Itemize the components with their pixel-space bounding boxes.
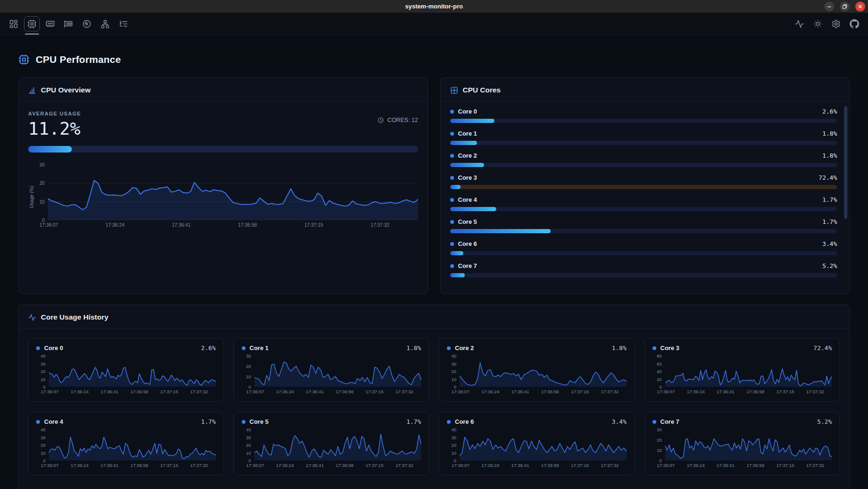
- core-dot-icon: [36, 346, 40, 350]
- close-button[interactable]: [855, 1, 865, 11]
- page-title: CPU Performance: [36, 54, 121, 65]
- core-usage-value: 1.7%: [822, 218, 837, 225]
- nav-processes-button[interactable]: [115, 16, 131, 31]
- core-dot-icon: [447, 346, 451, 350]
- nav-cpu-button[interactable]: [24, 16, 40, 31]
- x-axis-ticks: 17:36:0717:36:2417:36:4117:36:5817:37:15…: [665, 463, 832, 470]
- scrollbar-thumb[interactable]: [844, 106, 847, 219]
- core-usage-value: 1.7%: [822, 196, 837, 203]
- core-history-chart: 80604020017:36:0717:36:2417:36:4117:36:5…: [653, 356, 832, 396]
- history-header: Core Usage History: [19, 305, 849, 329]
- panel-title: Core Usage History: [41, 313, 108, 321]
- core-usage-bar: [450, 251, 837, 255]
- dashboard-icon: [9, 19, 18, 29]
- minimize-icon: [827, 4, 832, 9]
- core-row: Core 11.8%: [450, 130, 837, 145]
- core-label: Core 3: [458, 174, 814, 181]
- nav-gpu-button[interactable]: [61, 16, 77, 31]
- core-row: Core 02.6%: [450, 108, 837, 123]
- core-usage-value: 1.8%: [407, 344, 421, 351]
- core-history-chart: 40302010017:36:0717:36:2417:36:4117:36:5…: [36, 429, 216, 470]
- nav-dashboard-button[interactable]: [6, 16, 22, 31]
- nav-memory-button[interactable]: [42, 16, 58, 31]
- cores-count-label: CORES: 12: [387, 117, 418, 123]
- core-usage-bar-fill: [450, 163, 484, 167]
- core-dot-icon: [36, 420, 40, 424]
- maximize-button[interactable]: [840, 1, 850, 11]
- restore-icon: [842, 4, 847, 9]
- cpu-icon: [27, 19, 37, 29]
- x-axis-ticks: 17:36:0717:36:2417:36:4117:36:5817:37:15…: [48, 222, 418, 229]
- core-history-chart: 40302010017:36:0717:36:2417:36:4117:36:5…: [447, 429, 627, 470]
- toolbar-actions: [791, 16, 862, 31]
- cpu-overview-header: CPU Overview: [19, 78, 428, 101]
- scrollbar-track[interactable]: [844, 105, 847, 290]
- core-usage-history-panel: Core Usage History Core 02.6%40302010017…: [18, 305, 850, 489]
- core-history-chart: 40302010017:36:0717:36:2417:36:4117:36:5…: [447, 356, 627, 396]
- core-label: Core 2: [455, 344, 607, 351]
- core-history-card: Core 75.2%302010017:36:0717:36:2417:36:4…: [645, 412, 840, 475]
- core-usage-value: 1.8%: [822, 130, 837, 137]
- core-label: Core 4: [458, 196, 818, 203]
- github-button[interactable]: [846, 16, 862, 31]
- core-dot-icon: [242, 420, 246, 424]
- average-usage-label: AVERAGE USAGE: [28, 111, 81, 116]
- y-axis-title: Usage (%): [28, 165, 35, 229]
- page-header: CPU Performance: [18, 54, 850, 65]
- gpu-icon: [64, 19, 73, 29]
- cpu-overview-body: AVERAGE USAGE 11.2% CORES: 12 Usage (%)3…: [19, 101, 428, 294]
- core-dot-icon: [450, 110, 454, 114]
- core-dot-icon: [450, 264, 454, 268]
- core-row: Core 372.4%: [450, 174, 837, 189]
- core-usage-bar: [450, 163, 837, 167]
- core-label: Core 1: [250, 344, 402, 351]
- nav-storage-button[interactable]: [79, 16, 95, 31]
- average-usage-block: AVERAGE USAGE 11.2%: [28, 111, 81, 139]
- titlebar: system-monitor-pro: [0, 0, 868, 13]
- core-usage-bar: [450, 119, 837, 123]
- average-usage-value: 11.2%: [28, 119, 81, 139]
- cpu-usage-chart: Usage (%)302010017:36:0717:36:2417:36:41…: [28, 165, 418, 229]
- settings-button[interactable]: [828, 16, 844, 31]
- core-row: Core 51.7%: [450, 218, 837, 233]
- core-history-card: Core 02.6%40302010017:36:0717:36:2417:36…: [28, 338, 224, 402]
- memory-icon: [46, 19, 55, 29]
- gear-icon: [831, 19, 841, 29]
- y-axis-ticks: 403020100: [447, 429, 460, 460]
- core-usage-bar: [450, 207, 837, 211]
- y-axis-ticks: 806040200: [653, 356, 665, 387]
- core-usage-bar: [450, 185, 837, 189]
- activity-icon: [28, 313, 36, 321]
- x-axis-ticks: 17:36:0717:36:2417:36:4117:36:5817:37:15…: [665, 389, 832, 396]
- toolbar: [0, 13, 868, 35]
- core-history-chart: 40302010017:36:0717:36:2417:36:4117:36:5…: [242, 429, 422, 470]
- theme-toggle-button[interactable]: [810, 16, 826, 31]
- x-axis-ticks: 17:36:0717:36:2417:36:4117:36:5817:37:15…: [254, 463, 422, 470]
- core-dot-icon: [450, 220, 454, 224]
- x-axis-ticks: 17:36:0717:36:2417:36:4117:36:5817:37:15…: [460, 389, 627, 396]
- core-history-card: Core 51.7%40302010017:36:0717:36:2417:36…: [234, 412, 430, 475]
- core-dot-icon: [450, 176, 454, 180]
- y-axis-ticks: 403020100: [242, 429, 254, 460]
- cores-list: Core 02.6%Core 11.8%Core 21.8%Core 372.4…: [441, 101, 850, 294]
- core-usage-value: 72.4%: [819, 174, 837, 181]
- core-history-chart: 302010017:36:0717:36:2417:36:4117:36:581…: [653, 429, 832, 470]
- core-history-card: Core 11.8%302010017:36:0717:36:2417:36:4…: [234, 338, 430, 402]
- x-axis-ticks: 17:36:0717:36:2417:36:4117:36:5817:37:15…: [49, 463, 216, 470]
- core-usage-bar-fill: [450, 119, 495, 123]
- activity-button[interactable]: [791, 16, 807, 31]
- minimize-button[interactable]: [824, 1, 834, 11]
- core-usage-value: 1.7%: [201, 418, 215, 425]
- core-history-card: Core 21.8%40302010017:36:0717:36:2417:36…: [439, 338, 635, 402]
- core-label: Core 5: [250, 418, 402, 425]
- y-axis-ticks: 403020100: [447, 356, 460, 387]
- nav-network-button[interactable]: [97, 16, 113, 31]
- core-usage-bar-fill: [450, 273, 465, 277]
- y-axis-ticks: 403020100: [36, 356, 49, 387]
- core-label: Core 7: [458, 262, 818, 269]
- core-usage-value: 5.2%: [817, 418, 832, 425]
- core-dot-icon: [447, 420, 451, 424]
- core-label: Core 6: [455, 418, 607, 425]
- core-history-card: Core 63.4%40302010017:36:0717:36:2417:36…: [439, 412, 635, 475]
- core-dot-icon: [242, 346, 246, 350]
